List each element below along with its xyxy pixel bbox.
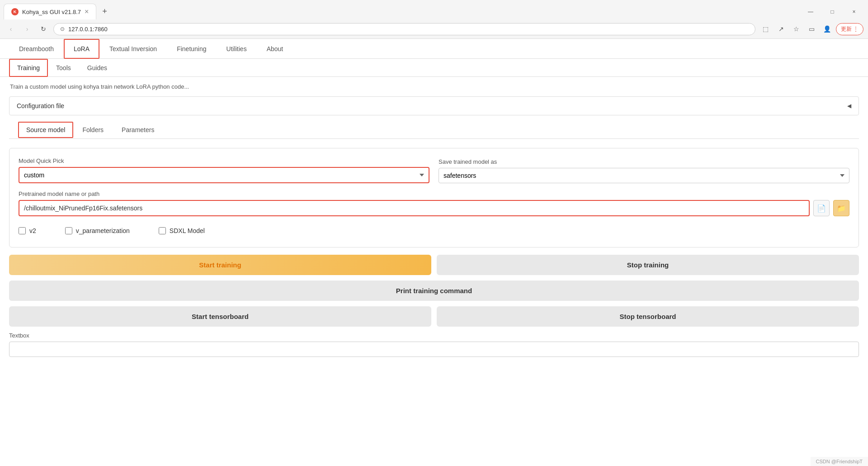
footer-text: CSDN @FriendshipT	[816, 459, 863, 464]
window-maximize-button[interactable]: □	[822, 5, 843, 19]
tab-folders[interactable]: Folders	[73, 121, 113, 139]
textbox-input[interactable]	[9, 342, 859, 357]
subnav-guides[interactable]: Guides	[79, 59, 115, 77]
app-container: Dreambooth LoRA Textual Inversion Finetu…	[0, 39, 868, 466]
tensorboard-action-row: Start tensorboard Stop tensorboard	[9, 306, 859, 327]
model-quick-pick-label: Model Quick Pick	[19, 157, 429, 164]
tab-parameters[interactable]: Parameters	[113, 121, 163, 139]
copy-path-button[interactable]: 📄	[813, 200, 830, 216]
v-param-checkbox-item[interactable]: v_parameterization	[65, 227, 130, 234]
active-browser-tab[interactable]: K Kohya_ss GUI v21.8.7 ×	[4, 4, 96, 19]
v2-label: v2	[29, 227, 36, 234]
url-text: 127.0.0.1:7860	[68, 26, 749, 33]
checkbox-row: v2 v_parameterization SDXL Model	[19, 223, 849, 238]
nav-utilities[interactable]: Utilities	[217, 39, 257, 59]
nav-dreambooth[interactable]: Dreambooth	[9, 39, 64, 59]
model-quick-pick-select[interactable]: customrunwayml/stable-diffusion-v1-5stab…	[19, 167, 429, 183]
sdxl-checkbox[interactable]	[159, 227, 166, 234]
tab-source-model[interactable]: Source model	[18, 122, 73, 138]
stop-training-button[interactable]: Stop training	[437, 255, 859, 275]
description: Train a custom model using kohya train n…	[0, 77, 868, 96]
bookmark-icon[interactable]: ☆	[790, 22, 803, 36]
config-arrow: ◀	[847, 103, 851, 109]
textbox-section: Textbox	[9, 332, 859, 357]
model-quick-pick-group: Model Quick Pick customrunwayml/stable-d…	[19, 157, 429, 183]
subnav-tools[interactable]: Tools	[48, 59, 79, 77]
footer-bar: CSDN @FriendshipT	[811, 457, 868, 466]
pretrained-label: Pretrained model name or path	[19, 190, 810, 197]
back-button[interactable]: ‹	[5, 23, 17, 35]
forward-button[interactable]: ›	[21, 23, 33, 35]
training-action-row: Start training Stop training	[9, 255, 859, 275]
content-area: Model Quick Pick customrunwayml/stable-d…	[0, 139, 868, 366]
browse-folder-button[interactable]: 📁	[833, 200, 849, 216]
copy-icon: 📄	[817, 204, 826, 213]
toolbar-icons: ⬚ ↗ ☆ ▭ 👤 更新 ⋮	[759, 22, 863, 36]
save-trained-label: Save trained model as	[439, 158, 849, 165]
pretrained-group: Pretrained model name or path	[19, 190, 810, 216]
subnav-training[interactable]: Training	[9, 59, 48, 77]
translate-icon[interactable]: ⬚	[759, 22, 773, 36]
new-tab-button[interactable]: +	[98, 5, 111, 18]
tab-title: Kohya_ss GUI v21.8.7	[22, 9, 81, 15]
v-param-checkbox[interactable]	[65, 227, 72, 234]
save-trained-select[interactable]: safetensorsckpt	[439, 168, 849, 183]
address-bar[interactable]: ⊙ 127.0.0.1:7860	[53, 23, 755, 35]
start-training-button[interactable]: Start training	[9, 255, 431, 275]
tab-bar: K Kohya_ss GUI v21.8.7 × + — □ ×	[0, 0, 868, 19]
window-minimize-button[interactable]: —	[800, 5, 821, 19]
lock-icon: ⊙	[60, 26, 65, 32]
v2-checkbox[interactable]	[19, 227, 26, 234]
pretrained-row: Pretrained model name or path 📄 📁	[19, 190, 849, 216]
form-section: Model Quick Pick customrunwayml/stable-d…	[9, 148, 859, 247]
share-icon[interactable]: ↗	[774, 22, 788, 36]
tab-favicon: K	[11, 8, 19, 15]
address-bar-row: ‹ › ↻ ⊙ 127.0.0.1:7860 ⬚ ↗ ☆ ▭ 👤 更新 ⋮	[0, 19, 868, 38]
stop-tensorboard-button[interactable]: Stop tensorboard	[437, 306, 859, 327]
config-section: Configuration file ◀	[9, 96, 859, 115]
nav-about[interactable]: About	[257, 39, 293, 59]
section-tabs: Source model Folders Parameters	[9, 121, 859, 139]
print-command-button[interactable]: Print training command	[9, 281, 859, 301]
profile-icon[interactable]: 👤	[821, 22, 834, 36]
window-close-button[interactable]: ×	[844, 5, 864, 19]
update-button[interactable]: 更新 ⋮	[836, 23, 863, 35]
model-row: Model Quick Pick customrunwayml/stable-d…	[19, 157, 849, 183]
pretrained-input[interactable]	[19, 200, 810, 216]
config-label: Configuration file	[17, 102, 64, 109]
sdxl-checkbox-item[interactable]: SDXL Model	[159, 227, 205, 234]
sdxl-label: SDXL Model	[170, 227, 205, 234]
start-tensorboard-button[interactable]: Start tensorboard	[9, 306, 431, 327]
browser-chrome: K Kohya_ss GUI v21.8.7 × + — □ × ‹ › ↻ ⊙…	[0, 0, 868, 39]
v-param-label: v_parameterization	[76, 227, 130, 234]
v2-checkbox-item[interactable]: v2	[19, 227, 36, 234]
textbox-label: Textbox	[9, 332, 859, 339]
refresh-button[interactable]: ↻	[37, 23, 50, 35]
main-nav: Dreambooth LoRA Textual Inversion Finetu…	[0, 39, 868, 59]
sidebar-icon[interactable]: ▭	[805, 22, 819, 36]
close-tab-button[interactable]: ×	[85, 8, 89, 16]
nav-lora[interactable]: LoRA	[64, 39, 99, 59]
sub-nav: Training Tools Guides	[0, 59, 868, 77]
nav-textual-inversion[interactable]: Textual Inversion	[99, 39, 167, 59]
save-trained-group: Save trained model as safetensorsckpt	[439, 158, 849, 183]
folder-icon: 📁	[837, 204, 846, 213]
config-header[interactable]: Configuration file ◀	[9, 97, 859, 115]
nav-finetuning[interactable]: Finetuning	[167, 39, 216, 59]
window-controls: — □ ×	[800, 5, 864, 19]
